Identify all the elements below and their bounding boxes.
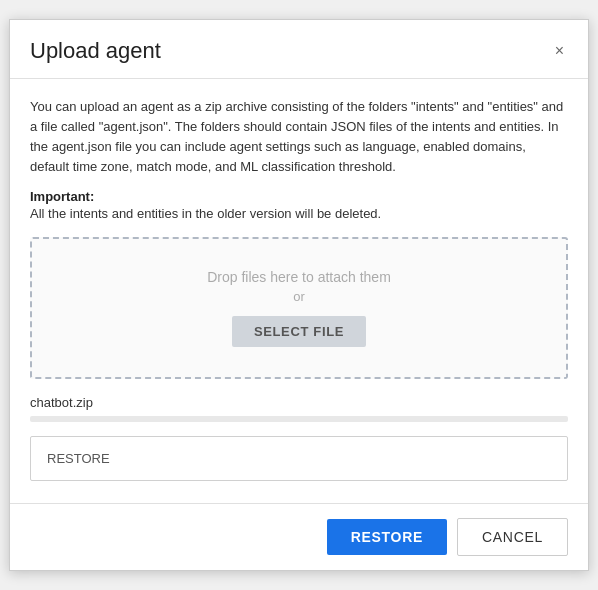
close-button[interactable]: × <box>551 41 568 61</box>
restore-input-container[interactable]: RESTORE <box>30 436 568 481</box>
drop-or-text: or <box>293 289 305 304</box>
dialog-footer: RESTORE CANCEL <box>10 503 588 570</box>
dialog-header: Upload agent × <box>10 20 588 79</box>
upload-agent-dialog: Upload agent × You can upload an agent a… <box>9 19 589 572</box>
drop-files-text: Drop files here to attach them <box>207 269 391 285</box>
file-name-label: chatbot.zip <box>30 395 568 410</box>
important-text: All the intents and entities in the olde… <box>30 206 568 221</box>
restore-input-label: RESTORE <box>47 451 110 466</box>
file-dropzone[interactable]: Drop files here to attach them or SELECT… <box>30 237 568 379</box>
description-text: You can upload an agent as a zip archive… <box>30 97 568 178</box>
important-label: Important: <box>30 189 568 204</box>
restore-button[interactable]: RESTORE <box>327 519 447 555</box>
dialog-body: You can upload an agent as a zip archive… <box>10 79 588 504</box>
file-progress-bar <box>30 416 568 422</box>
dialog-title: Upload agent <box>30 38 161 64</box>
select-file-button[interactable]: SELECT FILE <box>232 316 366 347</box>
cancel-button[interactable]: CANCEL <box>457 518 568 556</box>
